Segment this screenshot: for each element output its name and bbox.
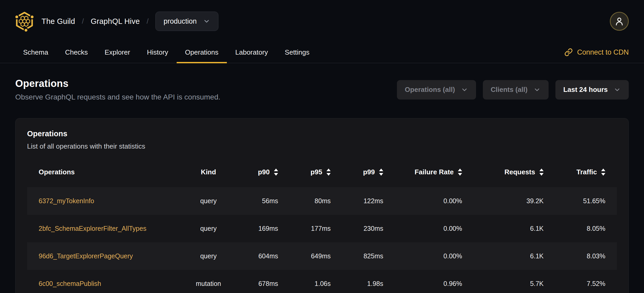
chevron-down-icon (203, 18, 210, 25)
sort-asc-icon[interactable] (458, 169, 462, 171)
sort-icon[interactable] (601, 169, 605, 176)
cell-requests: 39.2K (462, 197, 544, 205)
breadcrumb-separator: / (82, 17, 84, 25)
target-selector-dropdown[interactable]: production (155, 12, 218, 31)
cell-p95: 177ms (278, 225, 331, 232)
breadcrumb-project[interactable]: GraphQL Hive (91, 17, 140, 26)
card-subtitle: List of all operations with their statis… (27, 142, 617, 150)
sort-desc-icon[interactable] (539, 173, 544, 176)
main-nav: Schema Checks Explorer History Operation… (0, 44, 644, 63)
sort-asc-icon[interactable] (601, 169, 605, 171)
cell-p90: 169ms (228, 225, 278, 232)
tab-explorer[interactable]: Explorer (96, 44, 139, 63)
page-header: Operations Observe GraphQL requests and … (15, 78, 629, 101)
operations-filter-dropdown[interactable]: Operations (all) (397, 80, 476, 100)
tab-settings[interactable]: Settings (276, 44, 318, 63)
tab-operations[interactable]: Operations (177, 44, 227, 63)
table-row: 6372_myTokenInfo query 56ms 80ms 122ms 0… (27, 187, 617, 215)
cell-p90: 604ms (228, 252, 278, 260)
cell-p99: 1.98s (331, 280, 383, 287)
column-header-p90[interactable]: p90 (228, 168, 278, 176)
cell-kind: mutation (189, 280, 228, 287)
sort-asc-icon[interactable] (326, 169, 331, 171)
column-header-requests[interactable]: Requests (462, 168, 544, 176)
cell-p99: 230ms (331, 225, 383, 232)
cell-kind: query (189, 225, 228, 232)
tab-laboratory[interactable]: Laboratory (227, 44, 276, 63)
column-header-failure-rate[interactable]: Failure Rate (383, 168, 462, 176)
cell-p90: 56ms (228, 197, 278, 205)
table-row: 2bfc_SchemaExplorerFilter_AllTypes query… (27, 215, 617, 242)
operation-link[interactable]: 96d6_TargetExplorerPageQuery (39, 252, 133, 260)
cell-requests: 5.7K (462, 280, 544, 287)
sort-asc-icon[interactable] (539, 169, 544, 171)
user-icon (614, 16, 625, 27)
sort-desc-icon[interactable] (601, 173, 605, 176)
page-title: Operations (15, 78, 220, 89)
operations-filter-label: Operations (all) (405, 86, 455, 94)
tab-history[interactable]: History (139, 44, 177, 63)
sort-desc-icon[interactable] (458, 173, 462, 176)
column-header-operations: Operations (27, 168, 189, 176)
sort-desc-icon[interactable] (326, 173, 331, 176)
link-icon (564, 48, 573, 56)
cell-traffic: 7.52% (544, 280, 617, 287)
hive-logo-icon[interactable] (15, 11, 34, 32)
user-avatar-button[interactable] (610, 12, 629, 31)
connect-to-cdn-link[interactable]: Connect to CDN (564, 48, 629, 56)
sort-icon[interactable] (458, 169, 462, 176)
sort-icon[interactable] (539, 169, 544, 176)
tab-checks[interactable]: Checks (57, 44, 96, 63)
clients-filter-dropdown[interactable]: Clients (all) (483, 80, 549, 100)
cell-kind: query (189, 197, 228, 205)
cell-p99: 825ms (331, 252, 383, 260)
operation-link[interactable]: 6c00_schemaPublish (39, 280, 101, 287)
chevron-down-icon (533, 86, 541, 93)
period-filter-dropdown[interactable]: Last 24 hours (555, 80, 629, 100)
sort-icon[interactable] (274, 169, 278, 176)
column-header-kind: Kind (189, 168, 228, 176)
cell-p95: 1.06s (278, 280, 331, 287)
cell-requests: 6.1K (462, 252, 544, 260)
connect-to-cdn-label: Connect to CDN (577, 48, 629, 56)
period-filter-label: Last 24 hours (563, 86, 608, 94)
sort-asc-icon[interactable] (379, 169, 383, 171)
card-title: Operations (27, 129, 617, 138)
operations-card: Operations List of all operations with t… (15, 118, 629, 293)
cell-failure-rate: 0.00% (383, 197, 462, 205)
chevron-down-icon (461, 86, 468, 93)
filter-bar: Operations (all) Clients (all) Last 24 h… (397, 80, 629, 100)
table-row: 6c00_schemaPublish mutation 678ms 1.06s … (27, 270, 617, 293)
cell-failure-rate: 0.00% (383, 225, 462, 232)
cell-p90: 678ms (228, 280, 278, 287)
sort-desc-icon[interactable] (379, 173, 383, 176)
cell-p95: 80ms (278, 197, 331, 205)
operation-link[interactable]: 6372_myTokenInfo (39, 197, 94, 205)
column-header-p99[interactable]: p99 (331, 168, 383, 176)
cell-failure-rate: 0.96% (383, 280, 462, 287)
target-selector-value: production (163, 17, 197, 25)
breadcrumb-separator: / (147, 17, 149, 25)
sort-desc-icon[interactable] (274, 173, 278, 176)
sort-icon[interactable] (326, 169, 331, 176)
clients-filter-label: Clients (all) (491, 86, 528, 94)
main-content: Operations Observe GraphQL requests and … (0, 78, 644, 293)
sort-asc-icon[interactable] (274, 169, 278, 171)
tab-schema[interactable]: Schema (15, 44, 57, 63)
cell-traffic: 8.03% (544, 252, 617, 260)
column-header-p95[interactable]: p95 (278, 168, 331, 176)
page-subtitle: Observe GraphQL requests and see how the… (15, 93, 220, 101)
page-header-text: Operations Observe GraphQL requests and … (15, 78, 220, 101)
table-body: 6372_myTokenInfo query 56ms 80ms 122ms 0… (27, 187, 617, 293)
chevron-down-icon (614, 86, 621, 93)
table-header-row: Operations Kind p90 p95 p99 (27, 161, 617, 183)
breadcrumb-org[interactable]: The Guild (42, 17, 75, 26)
cell-traffic: 8.05% (544, 225, 617, 232)
column-header-traffic[interactable]: Traffic (544, 168, 617, 176)
sort-icon[interactable] (379, 169, 383, 176)
operations-table: Operations Kind p90 p95 p99 (27, 161, 617, 293)
cell-kind: query (189, 252, 228, 260)
cell-traffic: 51.65% (544, 197, 617, 205)
operation-link[interactable]: 2bfc_SchemaExplorerFilter_AllTypes (39, 225, 146, 232)
top-bar: The Guild / GraphQL Hive / production (0, 0, 644, 32)
